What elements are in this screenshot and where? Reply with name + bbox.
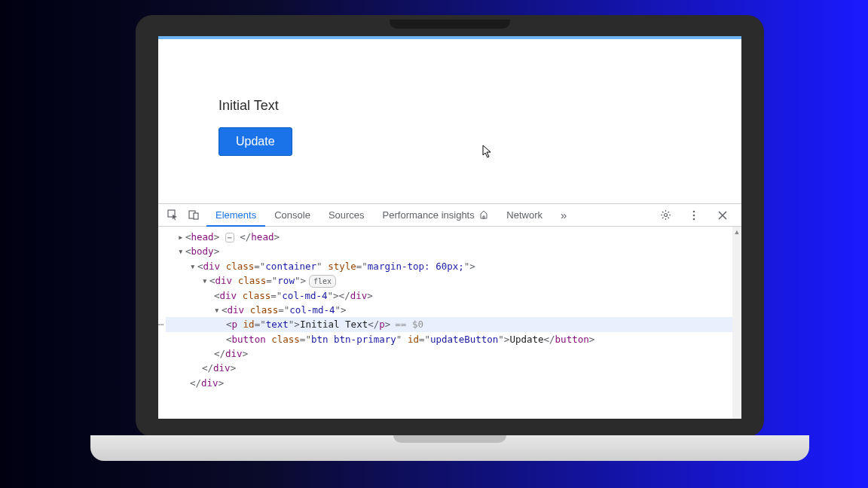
html-head-line[interactable]: ▸<head> ⋯ </head> bbox=[166, 230, 732, 244]
gear-icon[interactable] bbox=[657, 207, 674, 224]
html-row-close[interactable]: </div> bbox=[166, 361, 732, 375]
close-icon[interactable] bbox=[714, 207, 731, 224]
page-text: Initial Text bbox=[219, 98, 741, 114]
browser-screen: Initial Text Update Elements Console Sou… bbox=[158, 36, 741, 419]
scrollbar[interactable]: ▲ bbox=[732, 227, 741, 419]
update-button[interactable]: Update bbox=[219, 127, 292, 156]
laptop-notch bbox=[390, 20, 510, 29]
tab-performance-insights[interactable]: Performance insights bbox=[374, 204, 498, 227]
cursor-icon bbox=[482, 145, 493, 158]
tab-elements[interactable]: Elements bbox=[206, 204, 265, 227]
html-container[interactable]: ▾<div class="container" style="margin-to… bbox=[166, 259, 732, 273]
html-col2-close[interactable]: </div> bbox=[166, 346, 732, 361]
devtools-tabbar: Elements Console Sources Performance ins… bbox=[158, 204, 741, 227]
kebab-icon[interactable] bbox=[686, 207, 702, 224]
device-toggle-icon[interactable] bbox=[185, 207, 202, 224]
devtools-body: ▸<head> ⋯ </head> ▾<body> ▾<div class="c… bbox=[158, 227, 741, 419]
tab-perf-label: Performance insights bbox=[383, 209, 475, 221]
html-col1[interactable]: <div class="col-md-4"></div> bbox=[166, 288, 732, 303]
html-button[interactable]: <button class="btn btn-primary" id="upda… bbox=[166, 332, 732, 346]
html-container-close[interactable]: </div> bbox=[166, 376, 732, 390]
devtools-panel: Elements Console Sources Performance ins… bbox=[158, 203, 741, 419]
inspect-icon[interactable] bbox=[164, 207, 181, 224]
svg-point-6 bbox=[693, 218, 695, 220]
tabs-overflow[interactable]: » bbox=[552, 204, 576, 227]
html-row[interactable]: ▾<div class="row">flex bbox=[166, 273, 732, 288]
scroll-up-icon[interactable]: ▲ bbox=[734, 228, 741, 236]
tab-console[interactable]: Console bbox=[265, 204, 319, 227]
svg-rect-2 bbox=[194, 213, 198, 219]
html-p-selected[interactable]: <p id="text">Initial Text</p>== $0 bbox=[166, 317, 732, 331]
laptop-base bbox=[90, 435, 809, 461]
html-body-open[interactable]: ▾<body> bbox=[166, 244, 732, 258]
svg-point-5 bbox=[693, 214, 695, 216]
page-content: Initial Text Update bbox=[158, 39, 741, 203]
flex-badge[interactable]: flex bbox=[309, 275, 336, 288]
elements-tree[interactable]: ▸<head> ⋯ </head> ▾<body> ▾<div class="c… bbox=[158, 227, 732, 419]
tab-network[interactable]: Network bbox=[497, 204, 552, 227]
laptop-frame: Initial Text Update Elements Console Sou… bbox=[136, 15, 764, 437]
html-col2-open[interactable]: ▾<div class="col-md-4"> bbox=[166, 303, 732, 317]
svg-point-3 bbox=[664, 214, 667, 217]
svg-point-4 bbox=[693, 210, 695, 212]
tab-sources[interactable]: Sources bbox=[319, 204, 374, 227]
